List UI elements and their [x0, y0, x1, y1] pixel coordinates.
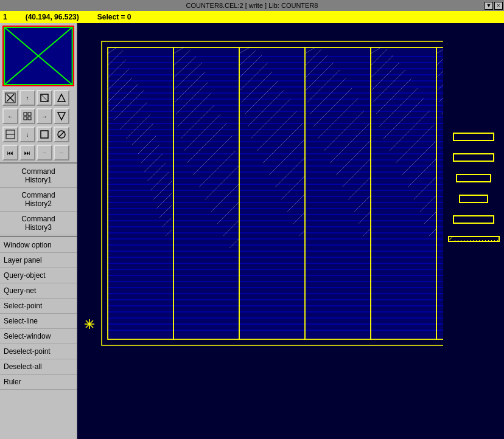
toolbar-row-1: ↑	[0, 89, 77, 107]
next-button[interactable]: ⏭	[19, 145, 35, 161]
select-point-button[interactable]: Select-point	[0, 299, 77, 314]
prev-button[interactable]: ⏮	[2, 145, 18, 161]
down-tool-button[interactable]: ↓	[19, 126, 35, 142]
close-button[interactable]: ×	[494, 2, 503, 10]
svg-line-18	[58, 131, 65, 137]
toolbar-row-4: ⏮ ⏭ ··· ···	[0, 143, 77, 162]
svg-line-183	[471, 240, 474, 241]
sidebar-separator-2	[0, 236, 77, 237]
toolbar-row-3: ↓	[0, 125, 77, 143]
box2-tool-button[interactable]	[37, 126, 52, 142]
minimize-button[interactable]: ▼	[485, 2, 493, 10]
status-index: 1	[3, 13, 7, 21]
svg-rect-9	[24, 112, 27, 116]
layer-panel-button[interactable]: Layer panel	[0, 253, 77, 268]
right-rect-2	[453, 153, 494, 162]
svg-rect-16	[41, 131, 48, 138]
title-bar: COUNTER8.CEL:2 [ write ] Lib: COUNTER8 ▼…	[0, 0, 504, 11]
query-object-button[interactable]: Query-object	[0, 268, 77, 283]
svg-line-186	[480, 240, 483, 241]
toolbar-row-2: ← →	[0, 107, 77, 125]
dots-button[interactable]: ···	[54, 145, 69, 161]
svg-line-184	[474, 240, 477, 241]
zoom-out-button[interactable]	[2, 126, 18, 142]
svg-line-182	[467, 240, 471, 241]
svg-line-187	[483, 240, 486, 241]
up-tool-button[interactable]: ↑	[19, 90, 35, 106]
tri2-tool-button[interactable]	[54, 108, 69, 124]
left-sidebar: ↑ ←	[0, 23, 77, 439]
svg-line-181	[464, 240, 467, 241]
ruler-button[interactable]: Ruler	[0, 375, 77, 390]
svg-rect-20	[108, 47, 443, 339]
svg-line-190	[492, 240, 495, 241]
query-net-button[interactable]: Query-net	[0, 283, 77, 299]
select-window-button[interactable]: Select-window	[0, 329, 77, 344]
right-panel	[443, 23, 504, 439]
canvas-area[interactable]	[77, 23, 443, 439]
svg-line-188	[486, 240, 489, 241]
svg-marker-8	[58, 94, 65, 102]
svg-line-180	[461, 240, 464, 241]
svg-rect-12	[28, 117, 31, 120]
tri-tool-button[interactable]	[54, 90, 69, 106]
right-tool-button[interactable]: →	[37, 108, 52, 124]
main-layout: ↑ ←	[0, 23, 504, 439]
box-tool-button[interactable]	[37, 90, 52, 106]
status-bar: 1 (40.194, 96.523) Select = 0	[0, 11, 504, 23]
svg-line-176	[449, 237, 452, 240]
svg-line-185	[477, 240, 480, 241]
more-button[interactable]: ···	[37, 145, 52, 161]
grid-tool-button[interactable]	[19, 108, 35, 124]
svg-rect-11	[24, 117, 27, 120]
clear-tool-button[interactable]	[2, 90, 18, 106]
right-rect-5	[453, 215, 494, 224]
window-option-button[interactable]: Window option	[0, 238, 77, 253]
right-rect-3	[456, 174, 491, 182]
cmd-history-2-button[interactable]: CommandHistory2	[0, 188, 77, 212]
right-rect-4	[459, 195, 488, 203]
status-select: Select = 0	[97, 13, 131, 21]
sidebar-separator-1	[0, 162, 77, 164]
cmd-history-3-button[interactable]: CommandHistory3	[0, 212, 77, 235]
svg-line-178	[455, 240, 458, 241]
svg-rect-10	[28, 112, 31, 116]
select-line-button[interactable]: Select-line	[0, 314, 77, 329]
title-bar-controls: ▼ ×	[485, 2, 503, 10]
svg-line-189	[489, 240, 492, 241]
status-coords: (40.194, 96.523)	[26, 13, 79, 21]
deselect-point-button[interactable]: Deselect-point	[0, 344, 77, 359]
slash-tool-button[interactable]	[54, 126, 69, 142]
left-tool-button[interactable]: ←	[2, 108, 18, 124]
right-rect-1	[453, 133, 494, 141]
deselect-all-button[interactable]: Deselect-all	[0, 359, 77, 375]
svg-line-191	[495, 240, 498, 241]
svg-line-179	[458, 240, 461, 241]
cmd-history-1-button[interactable]: CommandHistory1	[0, 164, 77, 188]
svg-marker-13	[58, 112, 65, 120]
svg-line-7	[41, 94, 48, 102]
preview-box	[2, 26, 74, 86]
right-rect-6	[448, 236, 500, 242]
title-text: COUNTER8.CEL:2 [ write ] Lib: COUNTER8	[186, 2, 318, 9]
svg-line-177	[452, 240, 455, 241]
